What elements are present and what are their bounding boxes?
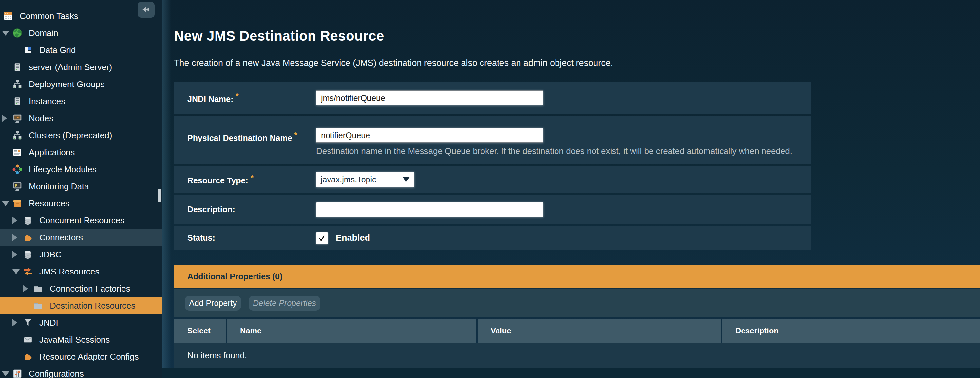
sidebar-item-connectors[interactable]: Connectors bbox=[0, 229, 162, 246]
required-asterisk: * bbox=[294, 131, 298, 140]
required-asterisk: * bbox=[235, 92, 239, 100]
expander-open-icon[interactable] bbox=[2, 372, 13, 376]
form-row-description: Description: bbox=[174, 195, 811, 224]
sidebar-item-resource-adapter-configs[interactable]: Resource Adapter Configs bbox=[0, 348, 162, 365]
resource-type-selected-value: javax.jms.Topic bbox=[321, 175, 376, 184]
expander-open-icon[interactable] bbox=[2, 201, 13, 206]
sidebar-item-destination-resources[interactable]: Destination Resources bbox=[0, 297, 162, 314]
column-header-description: Description bbox=[722, 319, 980, 343]
additional-properties-header: Additional Properties (0) bbox=[174, 265, 980, 288]
sidebar-item-lifecycle-modules[interactable]: Lifecycle Modules bbox=[0, 161, 162, 178]
sidebar-item-concurrent-resources[interactable]: Concurrent Resources bbox=[0, 212, 162, 229]
form-row-resource-type: Resource Type:* javax.jms.Topic bbox=[174, 166, 811, 193]
globe-icon bbox=[13, 28, 22, 38]
page-title: New JMS Destination Resource bbox=[174, 28, 384, 44]
sidebar-item-configurations[interactable]: Configurations bbox=[0, 365, 162, 378]
add-property-button[interactable]: Add Property bbox=[185, 296, 241, 311]
column-header-name: Name bbox=[227, 319, 476, 343]
column-header-select: Select bbox=[174, 319, 226, 343]
navigation-tree: Common Tasks Domain Data Grid server (Ad… bbox=[0, 8, 162, 378]
sidebar-item-deployment-groups[interactable]: Deployment Groups bbox=[0, 76, 162, 93]
enabled-checkbox[interactable] bbox=[316, 232, 328, 244]
expander-closed-icon[interactable] bbox=[13, 217, 23, 224]
expander-open-icon[interactable] bbox=[13, 269, 23, 274]
enabled-checkbox-label: Enabled bbox=[336, 233, 370, 243]
server-icon bbox=[13, 62, 22, 72]
expander-closed-icon[interactable] bbox=[13, 234, 23, 241]
sidebar-item-jdbc[interactable]: JDBC bbox=[0, 246, 162, 263]
monitoring-icon bbox=[13, 181, 22, 191]
jndi-name-input[interactable] bbox=[316, 91, 543, 105]
physical-name-label: Physical Destination Name* bbox=[187, 116, 316, 143]
form-row-status: Status: Enabled bbox=[174, 226, 811, 250]
cluster-icon bbox=[13, 130, 22, 140]
sidebar-item-javamail-sessions[interactable]: JavaMail Sessions bbox=[0, 331, 162, 348]
physical-name-input[interactable] bbox=[316, 128, 543, 143]
required-asterisk: * bbox=[251, 173, 253, 182]
sidebar-item-monitoring-data[interactable]: Monitoring Data bbox=[0, 178, 162, 195]
database-icon bbox=[23, 216, 33, 226]
resource-type-label: Resource Type:* bbox=[187, 173, 316, 186]
sidebar-item-clusters-deprecated[interactable]: Clusters (Deprecated) bbox=[0, 127, 162, 144]
main-content: New JMS Destination Resource The creatio… bbox=[162, 0, 980, 378]
folder-icon bbox=[33, 284, 43, 294]
sidebar-item-resources[interactable]: Resources bbox=[0, 195, 162, 212]
admin-console: Common Tasks Domain Data Grid server (Ad… bbox=[0, 0, 980, 378]
delete-properties-button[interactable]: Delete Properties bbox=[248, 296, 320, 311]
page-description: The creation of a new Java Message Servi… bbox=[174, 58, 613, 68]
server-icon bbox=[13, 96, 22, 106]
footer-band bbox=[162, 368, 980, 378]
expander-closed-icon[interactable] bbox=[2, 114, 13, 122]
column-header-value: Value bbox=[477, 319, 721, 343]
database-icon bbox=[23, 249, 33, 259]
collapse-sidebar-button[interactable] bbox=[138, 2, 154, 18]
sidebar-item-server-admin-server[interactable]: server (Admin Server) bbox=[0, 59, 162, 76]
check-icon bbox=[317, 233, 326, 243]
form-row-jndi-name: JNDI Name:* bbox=[174, 82, 811, 114]
mail-icon bbox=[23, 335, 33, 345]
data-grid-icon bbox=[23, 45, 33, 55]
applications-icon bbox=[13, 148, 22, 157]
lifecycle-icon bbox=[13, 164, 22, 174]
properties-table-header: Select Name Value Description bbox=[174, 319, 980, 343]
sidebar-item-connection-factories[interactable]: Connection Factories bbox=[0, 280, 162, 297]
sidebar-item-jndi[interactable]: JNDI bbox=[0, 314, 162, 331]
filter-funnel-icon bbox=[23, 318, 33, 327]
node-monitor-icon bbox=[13, 113, 22, 123]
table-icon bbox=[3, 11, 13, 21]
resources-box-icon bbox=[13, 199, 22, 208]
sidebar-item-nodes[interactable]: Nodes bbox=[0, 110, 162, 127]
connector-puzzle-icon bbox=[23, 233, 33, 242]
sidebar-item-jms-resources[interactable]: JMS Resources bbox=[0, 263, 162, 280]
sidebar-item-applications[interactable]: Applications bbox=[0, 144, 162, 161]
expander-closed-icon[interactable] bbox=[13, 251, 23, 258]
status-label: Status: bbox=[187, 233, 316, 243]
no-items-row: No items found. bbox=[174, 343, 980, 368]
physical-name-help: Destination name in the Message Queue br… bbox=[316, 146, 792, 156]
new-destination-form: JNDI Name:* Physical Destination Name* D… bbox=[174, 82, 811, 250]
expander-closed-icon[interactable] bbox=[13, 319, 23, 326]
connector-puzzle-icon bbox=[23, 352, 33, 362]
sidebar: Common Tasks Domain Data Grid server (Ad… bbox=[0, 0, 162, 378]
form-row-physical-name: Physical Destination Name* Destination n… bbox=[174, 116, 811, 164]
jms-arrows-icon bbox=[23, 267, 33, 276]
sidebar-item-domain[interactable]: Domain bbox=[0, 25, 162, 41]
expander-closed-icon[interactable] bbox=[23, 285, 33, 292]
sidebar-scrollbar-thumb[interactable] bbox=[158, 189, 161, 202]
expander-open-icon[interactable] bbox=[2, 31, 13, 36]
resource-type-select[interactable]: javax.jms.Topic bbox=[316, 172, 414, 187]
collapse-left-icon bbox=[141, 4, 151, 16]
jndi-name-label: JNDI Name:* bbox=[187, 92, 316, 104]
description-input[interactable] bbox=[316, 202, 543, 217]
sidebar-item-data-grid[interactable]: Data Grid bbox=[0, 41, 162, 59]
chevron-down-icon bbox=[402, 177, 410, 182]
sidebar-item-instances[interactable]: Instances bbox=[0, 93, 162, 110]
sliders-icon bbox=[13, 369, 22, 378]
description-label: Description: bbox=[187, 205, 316, 214]
properties-toolbar: Add Property Delete Properties bbox=[174, 289, 980, 317]
deployment-groups-icon bbox=[13, 79, 22, 89]
folder-icon bbox=[33, 301, 43, 311]
